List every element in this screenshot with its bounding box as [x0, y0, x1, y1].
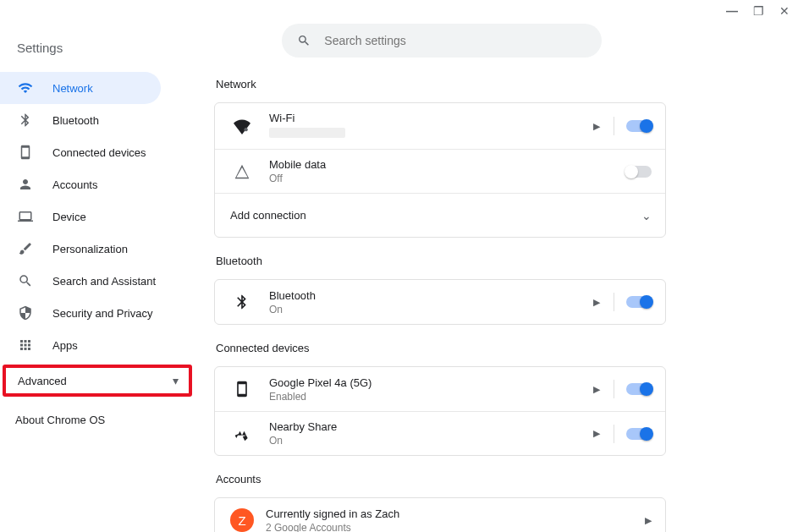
search-settings[interactable] — [282, 24, 602, 58]
account-subtitle: 2 Google Accounts — [266, 522, 641, 533]
sidebar-item-label: Accounts — [52, 178, 97, 191]
minimize-button[interactable]: — — [726, 5, 738, 17]
wifi-row[interactable]: Wi-Fi ▶ — [215, 103, 665, 149]
device-icon — [17, 145, 34, 160]
section-accounts-label: Accounts — [216, 473, 773, 485]
phone-row[interactable]: Google Pixel 4a (5G) Enabled ▶ — [215, 367, 665, 411]
sidebar-item-device[interactable]: Device — [0, 200, 161, 233]
chevron-down-icon: ⌄ — [641, 209, 652, 222]
connected-devices-card: Google Pixel 4a (5G) Enabled ▶ Nearby Sh… — [214, 366, 666, 456]
close-button[interactable]: ✕ — [779, 5, 790, 17]
sidebar-item-connected-devices[interactable]: Connected devices — [0, 136, 161, 168]
sidebar-item-label: Security and Privacy — [52, 307, 153, 320]
sidebar-item-bluetooth[interactable]: Bluetooth — [0, 104, 161, 136]
bluetooth-card: Bluetooth On ▶ — [214, 279, 666, 325]
add-connection-row[interactable]: Add connection ⌄ — [215, 193, 665, 237]
person-icon — [17, 177, 34, 192]
sidebar-item-label: Bluetooth — [52, 114, 99, 127]
nearby-share-title: Nearby Share — [269, 420, 590, 433]
avatar: Z — [230, 508, 254, 532]
sidebar-item-label: Search and Assistant — [52, 275, 156, 288]
chevron-right-icon: ▶ — [593, 384, 600, 395]
search-input[interactable] — [324, 34, 586, 47]
sidebar-item-apps[interactable]: Apps — [0, 329, 161, 361]
bluetooth-icon — [230, 293, 254, 310]
bluetooth-subtitle: On — [269, 304, 590, 315]
sidebar-item-search-assistant[interactable]: Search and Assistant — [0, 265, 161, 297]
bluetooth-row[interactable]: Bluetooth On ▶ — [215, 280, 665, 324]
main-content: Network Wi-Fi ▶ Mobile data Off — [199, 0, 798, 532]
search-icon — [17, 273, 34, 288]
mobile-data-row[interactable]: Mobile data Off — [215, 149, 665, 193]
brush-icon — [17, 241, 34, 256]
search-icon — [297, 33, 311, 48]
wifi-ssid-redacted — [269, 128, 345, 138]
mobile-data-subtitle: Off — [269, 173, 626, 184]
nearby-share-icon — [230, 425, 254, 442]
sidebar-item-personalization[interactable]: Personalization — [0, 233, 161, 265]
sidebar-item-label: Network — [52, 82, 93, 95]
about-chrome-os[interactable]: About Chrome OS — [0, 403, 199, 436]
wifi-title: Wi-Fi — [269, 112, 590, 124]
nearby-share-toggle[interactable] — [626, 428, 652, 440]
phone-icon — [230, 381, 254, 398]
wifi-icon — [230, 118, 254, 134]
sidebar-item-label: Apps — [52, 339, 78, 352]
chevron-right-icon: ▶ — [593, 121, 600, 132]
wifi-icon — [17, 80, 34, 96]
nearby-share-row[interactable]: Nearby Share On ▶ — [215, 411, 665, 455]
shield-icon — [17, 305, 34, 321]
signal-icon — [230, 163, 254, 180]
restore-button[interactable]: ❐ — [753, 5, 764, 17]
bluetooth-toggle[interactable] — [626, 296, 652, 308]
sidebar: Settings Network Bluetooth Connected dev… — [0, 0, 199, 532]
sidebar-item-network[interactable]: Network — [0, 72, 161, 104]
apps-icon — [17, 337, 34, 353]
settings-title: Settings — [0, 32, 199, 72]
accounts-card: Z Currently signed in as Zach 2 Google A… — [214, 497, 666, 532]
chevron-down-icon: ▾ — [173, 374, 179, 387]
account-row[interactable]: Z Currently signed in as Zach 2 Google A… — [215, 498, 665, 532]
phone-title: Google Pixel 4a (5G) — [269, 376, 590, 389]
laptop-icon — [17, 209, 34, 224]
phone-toggle[interactable] — [626, 383, 652, 395]
sidebar-item-accounts[interactable]: Accounts — [0, 168, 161, 200]
mobile-data-title: Mobile data — [269, 158, 626, 171]
sidebar-item-label: Device — [52, 211, 86, 223]
mobile-data-toggle[interactable] — [626, 166, 652, 178]
nearby-share-subtitle: On — [269, 435, 590, 447]
section-bluetooth-label: Bluetooth — [216, 255, 773, 267]
svg-point-0 — [244, 128, 247, 131]
network-card: Wi-Fi ▶ Mobile data Off Add connection ⌄ — [214, 102, 666, 238]
sidebar-item-label: Personalization — [52, 243, 128, 255]
advanced-toggle[interactable]: Advanced ▾ — [3, 365, 192, 397]
chevron-right-icon: ▶ — [645, 515, 652, 526]
phone-subtitle: Enabled — [269, 391, 590, 403]
bluetooth-title: Bluetooth — [269, 289, 590, 302]
wifi-toggle[interactable] — [626, 120, 652, 132]
bluetooth-icon — [17, 112, 34, 128]
sidebar-item-security-privacy[interactable]: Security and Privacy — [0, 297, 161, 329]
section-connected-label: Connected devices — [216, 342, 773, 354]
chevron-right-icon: ▶ — [593, 428, 600, 439]
advanced-label: Advanced — [18, 375, 67, 387]
section-network-label: Network — [216, 78, 773, 90]
chevron-right-icon: ▶ — [593, 297, 600, 308]
account-title: Currently signed in as Zach — [266, 507, 641, 520]
sidebar-item-label: Connected devices — [52, 146, 146, 159]
add-connection-label: Add connection — [230, 209, 306, 222]
